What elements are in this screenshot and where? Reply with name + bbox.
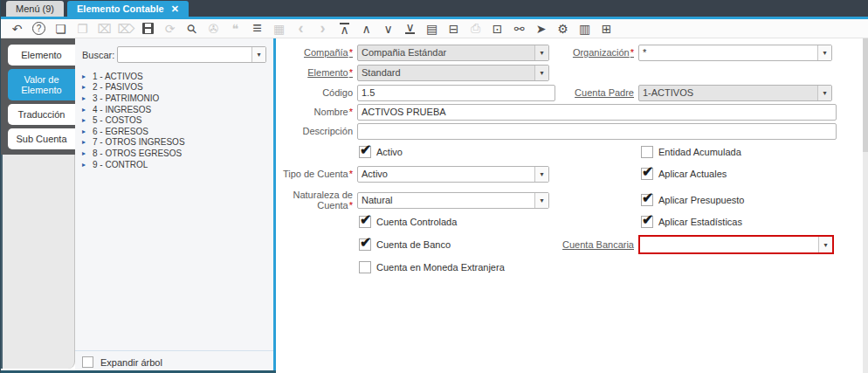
cuenta-controlada-checkbox[interactable]: [359, 216, 371, 228]
save-icon[interactable]: [141, 21, 155, 37]
attachment-icon[interactable]: ✇: [206, 21, 221, 37]
preferences-icon[interactable]: ⚙: [555, 21, 570, 37]
chevron-down-icon[interactable]: ▾: [251, 47, 265, 62]
tab-menu[interactable]: Menú (9): [6, 1, 64, 17]
cuenta-padre-label[interactable]: Cuenta Padre: [555, 87, 634, 98]
tree-item-pasivos[interactable]: ▸2 - PASIVOS: [82, 82, 273, 93]
aplicar-presupuesto-checkbox[interactable]: [641, 194, 653, 206]
cuenta-bancaria-select[interactable]: ▾: [638, 235, 834, 254]
chevron-down-icon[interactable]: ▾: [534, 193, 548, 208]
expand-arrow-icon[interactable]: ▸: [82, 161, 88, 169]
first-record-icon[interactable]: ∧: [337, 21, 352, 37]
tab-elemento-contable[interactable]: Elemento Contable ✕: [67, 1, 189, 17]
tree-item-costos[interactable]: ▸5 - COSTOS: [82, 114, 273, 126]
new-record-icon[interactable]: ❏: [53, 21, 68, 37]
cuenta-banco-checkbox[interactable]: [359, 238, 371, 251]
find-icon[interactable]: ⚲: [181, 17, 203, 39]
close-tab-icon[interactable]: ✕: [171, 4, 179, 14]
report-icon[interactable]: ▤: [424, 21, 439, 37]
archive-icon[interactable]: ⊟: [446, 21, 461, 37]
cuenta-controlada-label: Cuenta Controlada: [376, 217, 457, 227]
tree-item-ingresos[interactable]: ▸4 - INGRESOS: [82, 104, 273, 115]
tipo-cuenta-select[interactable]: Activo ▾: [357, 166, 549, 183]
window-tab-bar: Menú (9) Elemento Contable ✕: [1, 0, 868, 17]
chevron-down-icon[interactable]: ▾: [534, 45, 548, 60]
expand-arrow-icon[interactable]: ▸: [82, 149, 88, 157]
entidad-acumulada-checkbox[interactable]: [641, 146, 653, 158]
elemento-select[interactable]: Standard ▾: [357, 65, 549, 81]
chevron-down-icon[interactable]: ▾: [818, 237, 832, 252]
expand-tree-checkbox[interactable]: [82, 356, 93, 368]
help-icon[interactable]: ?: [31, 21, 46, 37]
workflow-icon[interactable]: ⚯: [512, 21, 527, 37]
next-record-icon[interactable]: ∨: [381, 21, 396, 37]
refresh-icon[interactable]: ⟳: [162, 21, 177, 37]
entidad-acumulada-label: Entidad Acumulada: [658, 147, 741, 157]
tree-item-otros-egresos[interactable]: ▸8 - OTROS EGRESOS: [82, 148, 273, 159]
expand-arrow-icon[interactable]: ▸: [82, 73, 88, 80]
codigo-input[interactable]: [357, 85, 555, 101]
delete-selection-icon[interactable]: ⌦: [119, 21, 134, 37]
tree-item-otros-ingresos[interactable]: ▸7 - OTROS INGRESOS: [82, 137, 273, 149]
product-info-icon[interactable]: ▥: [577, 21, 592, 37]
zoom-across-icon[interactable]: ⊡: [490, 21, 505, 37]
compania-label[interactable]: Compañía*: [276, 47, 353, 58]
side-tab-sub-cuenta[interactable]: Sub Cuenta: [8, 128, 75, 149]
expand-arrow-icon[interactable]: ▸: [82, 94, 88, 102]
print-icon[interactable]: ⎙: [468, 21, 483, 37]
expand-arrow-icon[interactable]: ▸: [82, 138, 88, 146]
delete-record-icon[interactable]: ⌧: [97, 21, 112, 37]
cuenta-padre-select[interactable]: 1-ACTIVOS ▾: [638, 85, 832, 101]
side-tab-elemento[interactable]: Elemento: [8, 45, 75, 66]
cuenta-moneda-extranjera-checkbox[interactable]: [359, 261, 371, 273]
chevron-down-icon[interactable]: ▾: [534, 167, 548, 182]
search-input[interactable]: ▾: [117, 46, 266, 63]
aplicar-estadisticas-label: Aplicar Estadísticas: [658, 217, 742, 227]
naturaleza-cuenta-select[interactable]: Natural ▾: [357, 192, 549, 209]
copy-record-icon[interactable]: ❐: [75, 21, 90, 37]
compania-select[interactable]: Compañia Estándar ▾: [357, 45, 549, 61]
elemento-label[interactable]: Elemento*: [276, 67, 353, 78]
expand-arrow-icon[interactable]: ▸: [82, 128, 88, 135]
send-mail-icon[interactable]: ➤: [534, 21, 548, 37]
expand-arrow-icon[interactable]: ▸: [82, 106, 88, 114]
undo-icon[interactable]: ↶: [10, 21, 24, 37]
cuenta-banco-label: Cuenta de Banco: [376, 239, 451, 250]
scrollbar-thumb[interactable]: [863, 38, 868, 152]
chevron-down-icon[interactable]: ▾: [817, 45, 831, 60]
vertical-scrollbar[interactable]: [863, 38, 868, 373]
chat-icon[interactable]: ❝: [228, 21, 243, 37]
expand-arrow-icon[interactable]: ▸: [82, 83, 88, 91]
customize-window-icon[interactable]: ⊞: [599, 21, 614, 37]
tipo-cuenta-label: Tipo de Cuenta*: [276, 169, 353, 179]
aplicar-actuales-checkbox[interactable]: [641, 168, 653, 180]
tree-item-egresos[interactable]: ▸6 - EGRESOS: [82, 126, 273, 137]
grid-toggle-icon[interactable]: ≡: [250, 21, 265, 37]
chevron-down-icon[interactable]: ▾: [534, 66, 548, 80]
tab-back-icon[interactable]: ‹: [293, 21, 308, 37]
tree-item-activos[interactable]: ▸1 - ACTIVOS: [82, 71, 273, 82]
descripcion-input[interactable]: [357, 123, 837, 140]
side-tab-traduccion[interactable]: Traducción: [8, 104, 75, 125]
aplicar-estadisticas-checkbox[interactable]: [641, 216, 653, 228]
side-tab-valor-de-elemento[interactable]: Valor de Elemento: [8, 69, 75, 100]
nombre-input[interactable]: [357, 104, 837, 121]
nombre-label: Nombre*: [276, 107, 353, 117]
chevron-down-icon[interactable]: ▾: [817, 86, 831, 100]
aplicar-presupuesto-label: Aplicar Presupuesto: [658, 195, 744, 205]
expand-arrow-icon[interactable]: ▸: [82, 116, 88, 124]
cuenta-bancaria-label[interactable]: Cuenta Bancaria: [555, 239, 634, 250]
search-label: Buscar:: [82, 50, 114, 60]
organizacion-label[interactable]: Organización*: [555, 47, 634, 58]
tab-forward-icon[interactable]: ›: [315, 21, 330, 37]
tab-menu-label: Menú (9): [16, 3, 54, 14]
previous-record-icon[interactable]: ∧: [359, 21, 374, 37]
activo-checkbox[interactable]: [359, 146, 371, 158]
aplicar-actuales-label: Aplicar Actuales: [658, 169, 727, 179]
last-record-icon[interactable]: ∨: [403, 21, 417, 37]
calendar-icon[interactable]: ▦: [272, 21, 286, 37]
organizacion-select[interactable]: * ▾: [638, 45, 832, 61]
tree-item-patrimonio[interactable]: ▸3 - PATRIMONIO: [82, 93, 273, 104]
tree-item-control[interactable]: ▸9 - CONTROL: [82, 159, 273, 170]
side-strip-filler: [1, 155, 75, 369]
